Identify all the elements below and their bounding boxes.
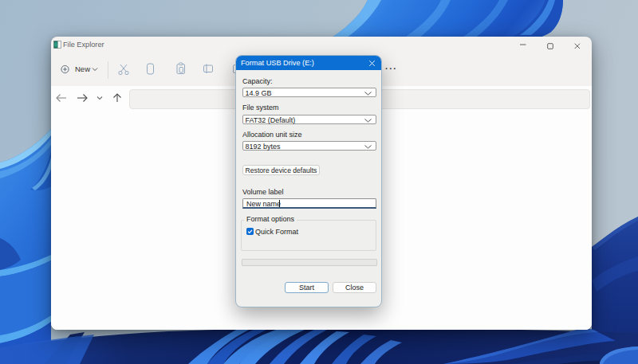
svg-text:New: New (75, 65, 90, 73)
